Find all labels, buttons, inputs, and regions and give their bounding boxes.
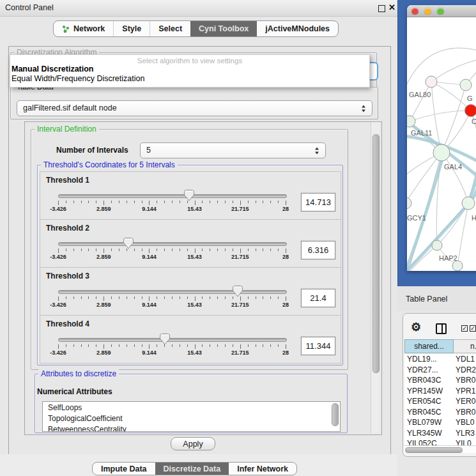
list-item-betweennesscentrality[interactable]: BetweennessCentrality (43, 424, 340, 432)
network-node-HAP2[interactable] (432, 240, 442, 250)
tab-cyni-toolbox[interactable]: Cyni Toolbox (190, 21, 257, 36)
threshold-panel-4: Threshold 4-3.4262.8599.14415.4321.71528… (40, 315, 341, 364)
threshold-value-field[interactable]: 6.316 (301, 241, 335, 259)
network-node-H[interactable] (462, 197, 475, 210)
table-row[interactable]: YBR045CYBR0 (404, 407, 476, 418)
tick-mark (157, 344, 157, 347)
table-row[interactable]: YDL19...YDL1 (404, 354, 476, 365)
slider-handle[interactable] (184, 190, 194, 201)
tab-style[interactable]: Style (113, 21, 150, 36)
table-data-combo[interactable]: galFiltered.sif default node (17, 100, 372, 116)
tick-mark (187, 344, 188, 347)
tick-mark (210, 201, 210, 203)
cell-name: YIL0 (452, 439, 472, 445)
threshold-value-field[interactable]: 21.4 (301, 289, 335, 307)
tick-mark (111, 344, 112, 347)
tick-mark (134, 296, 135, 299)
network-node-GAL11[interactable] (407, 116, 415, 127)
list-item-selfloops[interactable]: SelfLoops (43, 402, 340, 413)
scrollbar-thumb[interactable] (405, 447, 463, 453)
tick-mark (270, 249, 271, 251)
table-row[interactable]: YBL079WYBL0 (404, 417, 476, 428)
cell-shared-name: YDR27... (404, 365, 452, 374)
mac-close-icon[interactable] (411, 8, 418, 15)
app-root: Control Panel ✕ NetworkStyleSelectCyni T… (0, 0, 476, 476)
cell-shared-name: YDL19... (404, 355, 452, 364)
slider-handle[interactable] (123, 238, 134, 249)
tick-mark (180, 344, 180, 347)
tick-mark (195, 344, 196, 349)
table-horizontal-scrollbar[interactable] (404, 445, 476, 453)
tick-mark (172, 296, 173, 299)
bottom-tab-discretize-data[interactable]: Discretize Data (155, 463, 229, 475)
slider-track[interactable] (58, 290, 287, 294)
tick-mark (104, 344, 104, 349)
table-row[interactable]: YER054CYER0 (404, 396, 476, 407)
network-node-GAL80[interactable] (426, 76, 437, 88)
tick-mark (256, 296, 256, 299)
tab-network[interactable]: Network (54, 21, 113, 36)
network-canvas[interactable]: GAL80GCGAL11GAL4GCY1HHAP2 (407, 17, 476, 271)
tick-label: 9.144 (142, 349, 157, 356)
tab-select[interactable]: Select (150, 21, 190, 36)
slider-track[interactable] (58, 242, 287, 246)
tab-jactivemnodules[interactable]: jActiveMNodules (257, 21, 338, 36)
tick-mark (286, 249, 286, 253)
scrollbar-thumb[interactable] (372, 134, 380, 373)
tick-mark (104, 201, 104, 205)
slider-handle[interactable] (233, 286, 243, 297)
settings-vertical-scrollbar[interactable] (371, 122, 380, 433)
network-node-G[interactable] (460, 79, 472, 91)
tab-label: Network (73, 24, 105, 33)
cell-shared-name: YIL052C (404, 439, 452, 445)
bottom-tab-infer-network[interactable]: Infer Network (229, 463, 296, 475)
tick-mark (270, 344, 271, 347)
column-header-name[interactable]: n... (454, 339, 476, 353)
tick-label: -3.426 (50, 302, 66, 308)
num-intervals-combo[interactable]: 5 (140, 142, 326, 158)
attributes-scrollbar-thumb[interactable] (332, 403, 339, 426)
table-row[interactable]: YBR043CYBR0 (404, 375, 476, 386)
network-icon (62, 25, 70, 33)
column-header-shared-name[interactable]: shared... (404, 339, 454, 353)
network-node-GAL4[interactable] (433, 144, 450, 161)
threshold-value-field[interactable]: 14.713 (301, 193, 335, 211)
columns-icon[interactable] (436, 323, 447, 334)
tick-mark (66, 201, 66, 203)
node-label-GCY1: GCY1 (407, 214, 426, 222)
table-row[interactable]: YPR145WYPR1 (404, 386, 476, 397)
table-row[interactable]: YIL052CYIL0 (404, 438, 476, 445)
gear-icon[interactable]: ⚙ (411, 320, 421, 334)
network-node-GCY1[interactable] (407, 197, 411, 209)
tick-mark (278, 344, 279, 347)
tick-label: 2.859 (96, 302, 111, 308)
network-node-node9[interactable] (452, 261, 463, 271)
table-row[interactable]: YLR345WYLR3 (404, 428, 476, 439)
checkbox-icon[interactable]: ✓ (461, 325, 468, 332)
table-row[interactable]: YDR27...YDR2 (404, 365, 476, 376)
slider-track[interactable] (58, 338, 287, 342)
slider-track[interactable] (58, 194, 287, 198)
tick-mark (157, 249, 157, 251)
list-item-topologicalcoefficient[interactable]: TopologicalCoefficient (43, 413, 340, 424)
numerical-attributes-list[interactable]: SelfLoopsTopologicalCoefficientBetweenne… (42, 401, 341, 432)
tab-label: jActiveMNodules (265, 24, 330, 33)
network-node-C[interactable] (465, 105, 476, 117)
close-icon[interactable]: ✕ (388, 3, 395, 12)
cell-shared-name: YBR045C (404, 408, 452, 417)
dropdown-option-manual-discretization[interactable]: Manual Discretization (10, 65, 369, 74)
dropdown-option-equal-width-frequency-discretization[interactable]: Equal Width/Frequency Discretization (10, 74, 369, 84)
node-label-C: C (472, 118, 476, 125)
mac-zoom-icon[interactable] (437, 8, 444, 15)
bottom-tab-impute-data[interactable]: Impute Data (93, 463, 155, 475)
tick-mark (66, 296, 66, 299)
tick-mark (233, 249, 233, 251)
apply-button[interactable]: Apply (171, 437, 215, 450)
table-data-combo-value: galFiltered.sif default node (23, 104, 117, 112)
mac-minimize-icon[interactable] (424, 8, 431, 15)
slider-handle[interactable] (160, 334, 170, 345)
checkbox-icon[interactable]: ✓ (470, 325, 476, 332)
tick-mark (195, 296, 196, 301)
threshold-value-field[interactable]: 11.344 (301, 337, 335, 355)
float-window-icon[interactable] (378, 5, 385, 12)
